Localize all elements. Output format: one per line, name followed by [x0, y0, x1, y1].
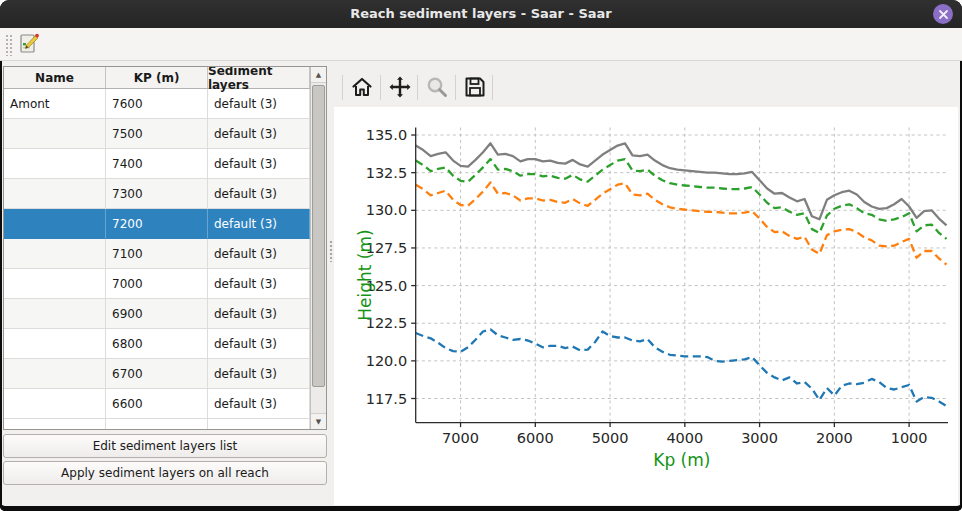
cell-kp[interactable]: 6900	[106, 299, 208, 329]
pencil-form-edit-icon	[17, 32, 41, 56]
cell-kp[interactable]: 7600	[106, 89, 208, 119]
toolbar-separator	[455, 75, 456, 100]
table-row[interactable]: 6900default (3)	[4, 299, 310, 329]
svg-text:135.0: 135.0	[366, 127, 408, 143]
edit-sediment-layers-button[interactable]	[15, 31, 42, 58]
cell-kp[interactable]: 6600	[106, 389, 208, 419]
cell-sediment-layers[interactable]: default (3)	[208, 209, 310, 239]
svg-text:130.0: 130.0	[366, 202, 408, 218]
x-close-icon	[938, 9, 949, 20]
chart-grid	[416, 128, 948, 423]
cell-name[interactable]	[4, 269, 106, 299]
svg-text:5000: 5000	[592, 430, 629, 446]
cell-name[interactable]	[4, 149, 106, 179]
cell-name[interactable]	[4, 239, 106, 269]
table-row[interactable]: 7500default (3)	[4, 119, 310, 149]
chart-series-group	[416, 143, 947, 406]
table-row[interactable]: 7300default (3)	[4, 179, 310, 209]
cell-kp[interactable]: 7000	[106, 269, 208, 299]
svg-text:117.5: 117.5	[366, 391, 408, 407]
edit-sediment-layers-list-button[interactable]: Edit sediment layers list	[3, 434, 327, 458]
chart-canvas[interactable]: 7000600050004000300020001000135.0132.513…	[334, 107, 958, 505]
table-row[interactable]: 7000default (3)	[4, 269, 310, 299]
plot-save-button[interactable]	[461, 74, 488, 101]
svg-text:132.5: 132.5	[366, 165, 408, 181]
cell-kp[interactable]: 7200	[106, 209, 208, 239]
column-header-kp[interactable]: KP (m)	[106, 67, 208, 88]
toolbar-separator	[380, 75, 381, 100]
x-axis-label: Kp (m)	[653, 450, 710, 470]
cell-name[interactable]	[4, 209, 106, 239]
cell-sediment-layers[interactable]: default (3)	[208, 119, 310, 149]
table-body: Amont7600default (3)7500default (3)7400d…	[4, 89, 310, 430]
floppy-disk-icon	[463, 75, 487, 99]
svg-text:2000: 2000	[816, 430, 853, 446]
cell-kp[interactable]: 7500	[106, 119, 208, 149]
table-row[interactable]: 7400default (3)	[4, 149, 310, 179]
cell-name[interactable]	[4, 119, 106, 149]
svg-text:3000: 3000	[741, 430, 778, 446]
cell-name[interactable]	[4, 329, 106, 359]
table-row-partial	[4, 419, 310, 430]
cell-kp[interactable]: 6700	[106, 359, 208, 389]
blue-dashed-line	[416, 329, 947, 406]
window-title: Reach sediment layers - Saar - Saar	[0, 0, 962, 28]
column-header-name[interactable]: Name	[4, 67, 106, 88]
plot-pan-button[interactable]	[386, 74, 413, 101]
reach-sediment-layers-window: Reach sediment layers - Saar - Saar Name	[0, 0, 962, 511]
svg-text:7000: 7000	[442, 430, 479, 446]
table-row[interactable]: 6800default (3)	[4, 329, 310, 359]
svg-text:1000: 1000	[891, 430, 928, 446]
plot-home-reset-button[interactable]	[348, 74, 375, 101]
svg-text:120.0: 120.0	[366, 353, 408, 369]
cell-kp[interactable]: 7400	[106, 149, 208, 179]
cell-sediment-layers[interactable]: default (3)	[208, 269, 310, 299]
magnifier-icon	[425, 75, 449, 99]
move-arrows-icon	[388, 75, 412, 99]
cell-kp[interactable]: 6800	[106, 329, 208, 359]
table-header-row: Name KP (m) Sediment layers	[4, 67, 310, 89]
svg-text:4000: 4000	[666, 430, 703, 446]
table-row[interactable]: 7100default (3)	[4, 239, 310, 269]
cell-sediment-layers[interactable]: default (3)	[208, 389, 310, 419]
toolbar-drag-handle[interactable]	[5, 34, 14, 56]
cell-name[interactable]	[4, 179, 106, 209]
sediment-profile-chart[interactable]: 7000600050004000300020001000135.0132.513…	[334, 107, 958, 505]
titlebar[interactable]: Reach sediment layers - Saar - Saar	[0, 0, 962, 28]
close-button[interactable]	[933, 4, 953, 24]
table-row[interactable]: 6600default (3)	[4, 389, 310, 419]
cell-kp[interactable]: 7300	[106, 179, 208, 209]
cell-name[interactable]	[4, 299, 106, 329]
cell-name[interactable]: Amont	[4, 89, 106, 119]
cell-sediment-layers[interactable]: default (3)	[208, 329, 310, 359]
table-scrollbar[interactable]: ▲ ▼	[310, 67, 326, 429]
table-row[interactable]: 6700default (3)	[4, 359, 310, 389]
scroll-down-arrow-icon[interactable]: ▼	[311, 413, 326, 429]
cell-name[interactable]	[4, 389, 106, 419]
cross-sections-table: Name KP (m) Sediment layers Amont7600def…	[3, 66, 327, 430]
table-row[interactable]: Amont7600default (3)	[4, 89, 310, 119]
y-axis-label: Height (m)	[355, 229, 375, 320]
gray-solid-top-line	[416, 143, 947, 225]
toolbar-separator	[492, 75, 493, 100]
scrollbar-thumb[interactable]	[312, 85, 325, 387]
cell-sediment-layers[interactable]: default (3)	[208, 149, 310, 179]
cell-kp[interactable]: 7100	[106, 239, 208, 269]
cell-sediment-layers[interactable]: default (3)	[208, 239, 310, 269]
cell-sediment-layers[interactable]: default (3)	[208, 299, 310, 329]
orange-dashed-line	[416, 183, 947, 265]
toolbar-separator	[342, 75, 343, 100]
cell-sediment-layers[interactable]: default (3)	[208, 179, 310, 209]
cell-sediment-layers[interactable]: default (3)	[208, 89, 310, 119]
toolbar-separator	[417, 75, 418, 100]
column-header-sediment-layers[interactable]: Sediment layers	[208, 67, 310, 88]
cell-sediment-layers[interactable]: default (3)	[208, 359, 310, 389]
app-toolbar	[0, 28, 962, 61]
apply-sediment-layers-button[interactable]: Apply sediment layers on all reach	[3, 461, 327, 485]
plot-zoom-button[interactable]	[423, 74, 450, 101]
scroll-up-arrow-icon[interactable]: ▲	[311, 67, 326, 83]
svg-text:6000: 6000	[517, 430, 554, 446]
home-icon	[350, 75, 374, 99]
table-row[interactable]: 7200default (3)	[4, 209, 310, 239]
cell-name[interactable]	[4, 359, 106, 389]
